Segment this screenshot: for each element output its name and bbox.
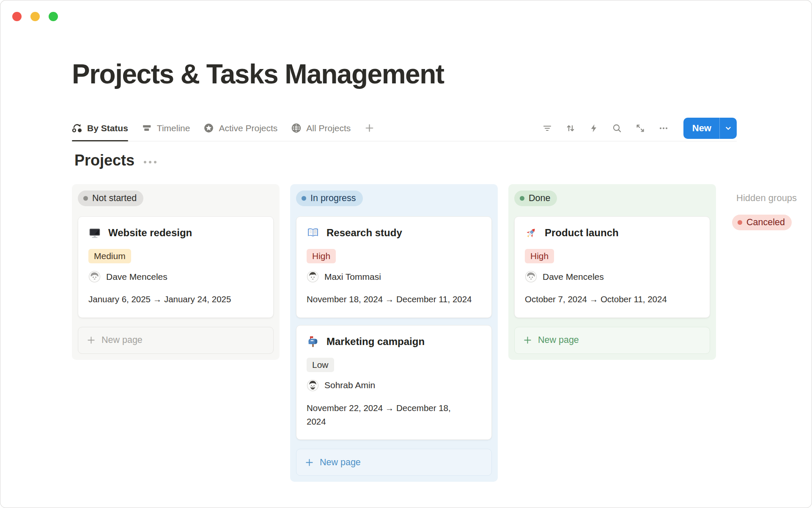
- card-title: Website redesign: [108, 227, 192, 239]
- group-header-done[interactable]: Done: [514, 190, 557, 206]
- assignee-row: Maxi Tommasi: [307, 271, 484, 283]
- status-board-icon: [72, 123, 82, 133]
- group-label: Done: [529, 193, 550, 204]
- zoom-window-button[interactable]: [49, 12, 58, 21]
- card-list: Product launch High: [514, 216, 710, 318]
- add-view-button[interactable]: [364, 115, 375, 141]
- close-window-button[interactable]: [12, 12, 22, 21]
- priority-tag: Low: [307, 358, 334, 372]
- sort-icon: [565, 123, 576, 133]
- desktop-computer-icon: [88, 226, 101, 239]
- view-tabs: By Status Timeline Active Projects: [72, 115, 375, 141]
- priority-tag: Medium: [88, 249, 131, 263]
- card-list: Website redesign Medium: [78, 216, 274, 318]
- open-book-icon: [307, 226, 319, 239]
- avatar-sohrab-amin: [307, 379, 319, 392]
- avatar-dave-menceles: [525, 271, 537, 283]
- assignee-name: Dave Menceles: [543, 272, 604, 282]
- date-range: November 18, 2024 → December 11, 2024: [307, 293, 484, 306]
- assignee-row: Sohrab Amin: [307, 379, 484, 392]
- card-marketing-campaign[interactable]: Marketing campaign Low: [296, 325, 492, 440]
- tab-active-projects[interactable]: Active Projects: [203, 115, 277, 141]
- section-more-button[interactable]: [144, 157, 156, 163]
- search-button[interactable]: [612, 123, 622, 133]
- group-header-in-progress[interactable]: In progress: [296, 190, 363, 206]
- sort-button[interactable]: [565, 123, 576, 133]
- column-in-progress: In progress: [290, 184, 498, 482]
- card-research-study[interactable]: Research study High: [296, 216, 492, 318]
- status-dot: [83, 196, 88, 201]
- assignee-row: Dave Menceles: [88, 271, 266, 283]
- card-title: Product launch: [545, 227, 619, 239]
- automations-button[interactable]: [589, 123, 599, 133]
- status-dot: [738, 220, 742, 225]
- new-button[interactable]: New: [683, 118, 719, 139]
- notion-window: Projects & Tasks Management By Status Ti…: [0, 0, 812, 508]
- date-range: January 6, 2025 → January 24, 2025: [88, 293, 266, 306]
- plus-icon: [364, 123, 375, 133]
- new-dropdown-button[interactable]: [720, 118, 737, 139]
- search-icon: [612, 123, 622, 133]
- new-page-button-not-started[interactable]: New page: [78, 327, 274, 354]
- card-website-redesign[interactable]: Website redesign Medium: [78, 216, 274, 318]
- new-page-label: New page: [102, 335, 143, 345]
- assignee-name: Sohrab Amin: [324, 380, 375, 390]
- plus-icon: [86, 335, 96, 345]
- rocket-icon: [525, 226, 538, 239]
- card-product-launch[interactable]: Product launch High: [514, 216, 710, 318]
- plus-icon: [304, 458, 314, 467]
- hidden-group-canceled[interactable]: Canceled: [732, 215, 792, 230]
- tab-label: Timeline: [157, 123, 190, 133]
- filter-icon: [542, 123, 552, 133]
- new-button-group: New: [683, 118, 737, 139]
- more-button[interactable]: [658, 123, 669, 133]
- view-tabbar: By Status Timeline Active Projects: [72, 115, 737, 141]
- avatar-dave-menceles: [88, 271, 101, 283]
- page-title: Projects & Tasks Management: [72, 58, 444, 90]
- expand-button[interactable]: [635, 123, 645, 133]
- kanban-board: Not started W: [72, 184, 716, 482]
- assignee-row: Dave Menceles: [525, 271, 702, 283]
- lightning-icon: [589, 123, 599, 133]
- card-title: Research study: [326, 227, 402, 239]
- timeline-icon: [142, 123, 152, 133]
- board-section-title: Projects: [74, 152, 134, 169]
- board-section-header: Projects: [74, 152, 156, 169]
- status-dot: [302, 196, 306, 201]
- plus-icon: [523, 335, 532, 345]
- priority-tag: High: [525, 249, 554, 263]
- expand-icon: [635, 123, 645, 133]
- view-toolbar: New: [542, 118, 737, 139]
- mailbox-icon: [307, 335, 319, 348]
- tab-by-status[interactable]: By Status: [72, 115, 128, 141]
- tab-label: Active Projects: [219, 123, 277, 133]
- group-label: Not started: [92, 193, 137, 204]
- star-circle-icon: [203, 123, 214, 133]
- avatar-maxi-tommasi: [307, 271, 319, 283]
- new-page-button-done[interactable]: New page: [514, 327, 710, 354]
- hidden-groups-label[interactable]: Hidden groups: [732, 193, 810, 204]
- card-list: Research study High: [296, 216, 492, 440]
- group-label: Canceled: [746, 217, 785, 228]
- tab-all-projects[interactable]: All Projects: [291, 115, 351, 141]
- ellipsis-icon: [658, 123, 669, 133]
- status-dot: [520, 196, 524, 201]
- assignee-name: Dave Menceles: [106, 272, 167, 282]
- date-range: November 22, 2024 → December 18, 2024: [307, 401, 453, 428]
- new-page-button-in-progress[interactable]: New page: [296, 449, 492, 476]
- card-title: Marketing campaign: [326, 336, 425, 348]
- minimize-window-button[interactable]: [30, 12, 40, 21]
- column-not-started: Not started W: [72, 184, 280, 360]
- hidden-groups-panel: Hidden groups Canceled: [732, 193, 810, 230]
- filter-button[interactable]: [542, 123, 552, 133]
- globe-icon: [291, 123, 302, 133]
- group-header-not-started[interactable]: Not started: [78, 190, 143, 206]
- tab-timeline[interactable]: Timeline: [142, 115, 190, 141]
- date-range: October 7, 2024 → October 11, 2024: [525, 293, 702, 306]
- new-page-label: New page: [320, 457, 361, 468]
- assignee-name: Maxi Tommasi: [324, 272, 381, 282]
- group-label: In progress: [310, 193, 356, 204]
- new-page-label: New page: [538, 335, 579, 345]
- tab-label: All Projects: [306, 123, 351, 133]
- priority-tag: High: [307, 249, 336, 263]
